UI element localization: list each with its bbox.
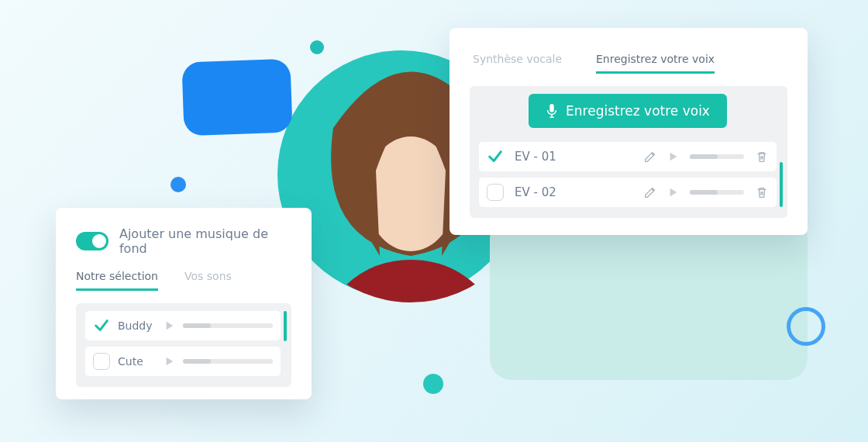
microphone-icon bbox=[546, 103, 558, 119]
tab-record-voice[interactable]: Enregistrez votre voix bbox=[596, 47, 715, 74]
checkmark-icon bbox=[93, 317, 110, 334]
checkbox[interactable] bbox=[93, 353, 110, 370]
play-icon[interactable] bbox=[164, 320, 175, 331]
bg-music-tabs: Notre sélection Vos sons bbox=[76, 264, 291, 291]
tab-your-sounds[interactable]: Vos sons bbox=[184, 264, 232, 291]
trash-icon bbox=[755, 185, 769, 199]
play-icon[interactable] bbox=[668, 151, 679, 162]
bg-dot-blue bbox=[170, 177, 186, 192]
play-icon[interactable] bbox=[164, 356, 175, 367]
background-music-card: Ajouter une musique de fond Notre sélect… bbox=[56, 208, 312, 399]
checkbox[interactable] bbox=[93, 317, 110, 334]
bg-dot-teal-1 bbox=[310, 40, 324, 54]
delete-button[interactable] bbox=[755, 185, 769, 199]
bg-music-toggle[interactable] bbox=[76, 232, 108, 250]
trash-icon bbox=[755, 150, 769, 164]
bg-music-label: Ajouter une musique de fond bbox=[119, 226, 291, 256]
tab-our-selection[interactable]: Notre sélection bbox=[76, 264, 158, 291]
pencil-icon bbox=[643, 185, 657, 199]
item-label: Buddy bbox=[118, 319, 157, 332]
progress-track[interactable] bbox=[690, 154, 744, 159]
voice-tabs: Synthèse vocale Enregistrez votre voix bbox=[473, 47, 787, 74]
record-button[interactable]: Enregistrez votre voix bbox=[529, 94, 727, 128]
bg-dot-teal-2 bbox=[423, 374, 443, 394]
list-item: EV - 02 bbox=[479, 178, 777, 207]
checkbox[interactable] bbox=[487, 184, 504, 201]
list-item: EV - 01 bbox=[479, 142, 777, 171]
item-label: EV - 01 bbox=[515, 150, 567, 164]
record-button-label: Enregistrez votre voix bbox=[566, 103, 710, 119]
checkbox[interactable] bbox=[487, 148, 504, 165]
progress-track[interactable] bbox=[183, 323, 273, 328]
list-item: Buddy bbox=[85, 311, 281, 340]
item-label: Cute bbox=[118, 355, 157, 368]
scrollbar[interactable] bbox=[780, 162, 783, 207]
pencil-icon bbox=[643, 150, 657, 164]
item-label: EV - 02 bbox=[515, 185, 567, 199]
list-item: Cute bbox=[85, 347, 281, 376]
edit-button[interactable] bbox=[643, 185, 657, 199]
voice-panel: Enregistrez votre voix EV - 01 bbox=[470, 86, 787, 218]
bg-blob-mint bbox=[490, 217, 808, 380]
progress-track[interactable] bbox=[690, 190, 744, 195]
checkmark-icon bbox=[487, 148, 504, 165]
svg-rect-3 bbox=[549, 104, 553, 112]
play-icon[interactable] bbox=[668, 187, 679, 198]
scrollbar[interactable] bbox=[284, 311, 287, 341]
bg-music-list: Buddy Cute bbox=[76, 303, 291, 387]
bg-ring-blue bbox=[787, 307, 825, 346]
voice-record-card: Synthèse vocale Enregistrez votre voix E… bbox=[450, 28, 808, 235]
progress-track[interactable] bbox=[183, 359, 273, 364]
tab-tts[interactable]: Synthèse vocale bbox=[473, 47, 562, 74]
bg-blob-blue bbox=[181, 59, 292, 136]
delete-button[interactable] bbox=[755, 150, 769, 164]
edit-button[interactable] bbox=[643, 150, 657, 164]
canvas: Ajouter une musique de fond Notre sélect… bbox=[0, 0, 868, 442]
